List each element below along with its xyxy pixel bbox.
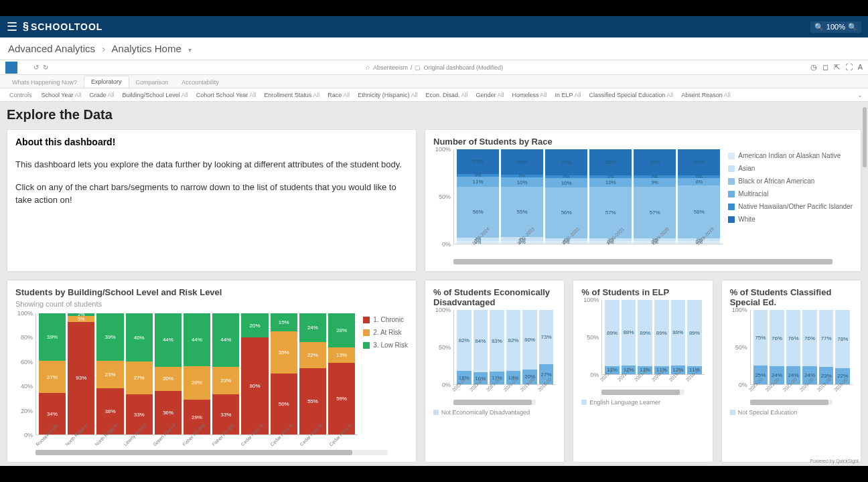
filter-grade[interactable]: GradeAll bbox=[86, 92, 119, 98]
filter-classified-special-education[interactable]: Classified Special EducationAll bbox=[585, 92, 678, 98]
legend-item[interactable]: Native Hawaiian/Other Pacific Islander bbox=[728, 203, 853, 210]
filter-enrollment-status[interactable]: Enrollment StatusAll bbox=[260, 92, 323, 98]
econ-chart[interactable]: 100%50%0%82%18%84%16%83%17%82%18%80%20%7… bbox=[433, 310, 556, 397]
text-icon[interactable]: A bbox=[858, 63, 863, 72]
bar-2020-2021[interactable]: 76%24% bbox=[802, 310, 817, 384]
zoom-control[interactable]: 🔍 100% 🔍 bbox=[810, 21, 861, 33]
bar-2019-2020[interactable]: 80%20% bbox=[522, 310, 537, 384]
filter-cohort-school-year[interactable]: Cohort School YearAll bbox=[192, 92, 261, 98]
sped-chart[interactable]: 100%50%0%75%25%76%24%76%24%76%24%77%23%7… bbox=[730, 310, 853, 397]
filter-school-year[interactable]: School YearAll bbox=[38, 92, 86, 98]
export-icon[interactable]: ⇱ bbox=[834, 63, 840, 72]
bar-2022-2023[interactable]: 88%12% bbox=[622, 300, 636, 374]
sped-legend-label[interactable]: Not Special Education bbox=[738, 409, 798, 416]
menu-icon[interactable]: ☰ bbox=[7, 19, 17, 34]
intro-card: About this dashboard! This dashboard let… bbox=[7, 129, 417, 272]
bar-north-ridge-hs-t-[interactable]: 2%5%93% bbox=[68, 313, 94, 434]
legend-item[interactable]: Multiracial bbox=[728, 190, 853, 197]
breadcrumb-root[interactable]: Advanced Analytics bbox=[8, 43, 95, 54]
legend-item[interactable]: 3. Low Risk bbox=[363, 341, 408, 349]
bar-green-pines-es-es[interactable]: 44%20%36% bbox=[155, 313, 182, 434]
bar-2022-2023[interactable]: 28%0%10%55%4%0% bbox=[501, 149, 543, 244]
legend-item[interactable]: Black or African American bbox=[728, 177, 853, 185]
filter-bar: Controls School YearAllGradeAllBuilding/… bbox=[0, 88, 868, 102]
legend-swatch bbox=[728, 153, 735, 159]
dashboard-name[interactable]: Absenteeism bbox=[373, 64, 408, 71]
filter-econ-disad-[interactable]: Econ. Disad.All bbox=[421, 92, 472, 98]
sped-scroll[interactable] bbox=[750, 400, 833, 405]
bar-2018-2019[interactable]: 73%27% bbox=[539, 310, 554, 384]
bar-2020-2021[interactable]: 89%11% bbox=[654, 300, 669, 374]
chevron-down-icon[interactable]: ▾ bbox=[188, 46, 192, 54]
bar-2019-2020[interactable]: 88%12% bbox=[671, 300, 686, 374]
scrollbar[interactable] bbox=[863, 107, 867, 167]
race-chart[interactable]: 100%50%0%27%0%11%56%4%0%28%0%10%55%4%0%2… bbox=[433, 149, 723, 256]
elp-chart-title: % of Students in ELP bbox=[581, 287, 704, 297]
app-logo[interactable]: §SCHOOLTOOL bbox=[23, 21, 102, 33]
zoom-out-icon[interactable]: 🔍 bbox=[814, 23, 824, 31]
bar-2020-2021[interactable]: 82%18% bbox=[506, 310, 521, 384]
bar-2018-2019[interactable]: 78%22% bbox=[835, 310, 850, 384]
tab-comparison[interactable]: Comparison bbox=[129, 77, 175, 88]
bar-2023-2024[interactable]: 82%18% bbox=[457, 310, 472, 384]
tab-whats-happening-now-[interactable]: Whats Happening Now? bbox=[5, 77, 84, 88]
filter-absent-reason[interactable]: Absent ReasonAll bbox=[677, 92, 735, 98]
legend-item[interactable]: American Indian or Alaskan Native bbox=[728, 152, 853, 159]
filter-homeless[interactable]: HomelessAll bbox=[508, 92, 551, 98]
legend-item[interactable]: Asian bbox=[728, 165, 853, 172]
undo-icon[interactable]: ↺ bbox=[33, 64, 39, 71]
filter-building-school-level[interactable]: Building/School LevelAll bbox=[119, 92, 192, 98]
risk-scroll[interactable] bbox=[35, 450, 388, 455]
redo-icon[interactable]: ↻ bbox=[43, 64, 48, 71]
elp-chart[interactable]: 100%50%0%89%11%88%12%89%11%89%11%88%12%8… bbox=[581, 300, 704, 387]
econ-scroll[interactable] bbox=[453, 400, 536, 405]
zoom-in-icon[interactable]: 🔍 bbox=[848, 23, 857, 31]
risk-chart[interactable]: 100%80%60%40%20%0%39%27%34%2%5%93%39%23%… bbox=[15, 313, 358, 447]
legend-item[interactable]: White bbox=[728, 216, 853, 223]
bar-roosevelt-ms-ms[interactable]: 39%27%34% bbox=[39, 313, 66, 434]
bar-2022-2023[interactable]: 84%16% bbox=[474, 310, 488, 384]
bar-2021-2022[interactable]: 76%24% bbox=[786, 310, 801, 384]
bar-fisher-pk-8-es[interactable]: 44%23%33% bbox=[212, 313, 239, 434]
dashboard-path[interactable]: Original dashboard (Modified) bbox=[423, 64, 503, 71]
race-scroll[interactable] bbox=[453, 259, 833, 264]
star-icon[interactable]: ☆ bbox=[365, 64, 370, 71]
breadcrumb-page[interactable]: Analytics Home bbox=[112, 43, 182, 54]
filter-gender[interactable]: GenderAll bbox=[472, 92, 508, 98]
bookmark-icon[interactable]: ◻ bbox=[822, 63, 828, 72]
bar-2020-2021[interactable]: 29%0%10%57%3%0% bbox=[589, 149, 632, 244]
content-area: Explore the Data About this dashboard! T… bbox=[0, 102, 868, 466]
elp-legend-label[interactable]: English Language Learner bbox=[589, 399, 660, 406]
chevron-down-icon[interactable]: ⌄ bbox=[857, 92, 863, 98]
intro-heading: About this dashboard! bbox=[15, 137, 408, 147]
bar-2022-2023[interactable]: 76%24% bbox=[770, 310, 784, 384]
chart-icon[interactable] bbox=[5, 62, 17, 74]
bar-2019-2020[interactable]: 77%23% bbox=[819, 310, 834, 384]
bar-2021-2022[interactable]: 89%11% bbox=[638, 300, 652, 374]
bar-2021-2022[interactable]: 83%17% bbox=[490, 310, 504, 384]
fullscreen-icon[interactable]: ⛶ bbox=[845, 63, 853, 72]
filter-ethnicity-hispanic-[interactable]: Ethnicity (Hispanic)All bbox=[354, 92, 421, 98]
bar-fisher-pk-8-ms[interactable]: 44%28%29% bbox=[184, 313, 210, 434]
legend-label: 3. Low Risk bbox=[373, 341, 408, 349]
bar-2021-2022[interactable]: 29%0%10%56%3%0% bbox=[545, 149, 587, 244]
bar-cedar-rock-schoo-[interactable]: 28%13%59% bbox=[328, 313, 355, 434]
bar-2018-2019[interactable]: 89%11% bbox=[687, 300, 702, 374]
bar-cedar-rock-schoo-[interactable]: 24%22%55% bbox=[299, 313, 326, 434]
clock-icon[interactable]: ◷ bbox=[810, 63, 817, 72]
bar-north-ridge-hs-hs[interactable]: 39%23%38% bbox=[96, 313, 123, 434]
filter-in-elp[interactable]: In ELPAll bbox=[551, 92, 585, 98]
legend-item[interactable]: 2. At Risk bbox=[363, 329, 408, 336]
tab-exploratory[interactable]: Exploratory bbox=[84, 76, 129, 88]
bar-2023-2024[interactable]: 75%25% bbox=[753, 310, 768, 384]
bar-2023-2024[interactable]: 27%0%11%56%4%0% bbox=[457, 149, 499, 244]
filter-race[interactable]: RaceAll bbox=[323, 92, 354, 98]
bar-cedar-rock-schoo-[interactable]: 20%80% bbox=[241, 313, 268, 434]
bar-2023-2024[interactable]: 89%11% bbox=[605, 300, 620, 374]
tab-accountability[interactable]: Accountability bbox=[175, 77, 226, 88]
bar-liberty-academy-ms[interactable]: 40%27%33% bbox=[126, 313, 153, 434]
econ-legend-label[interactable]: Not Economically Disadvantaged bbox=[441, 409, 530, 416]
legend-item[interactable]: 1. Chronic bbox=[363, 316, 408, 323]
elp-scroll[interactable] bbox=[601, 390, 684, 395]
bar-cedar-rock-schoo-[interactable]: 15%35%50% bbox=[271, 313, 297, 434]
